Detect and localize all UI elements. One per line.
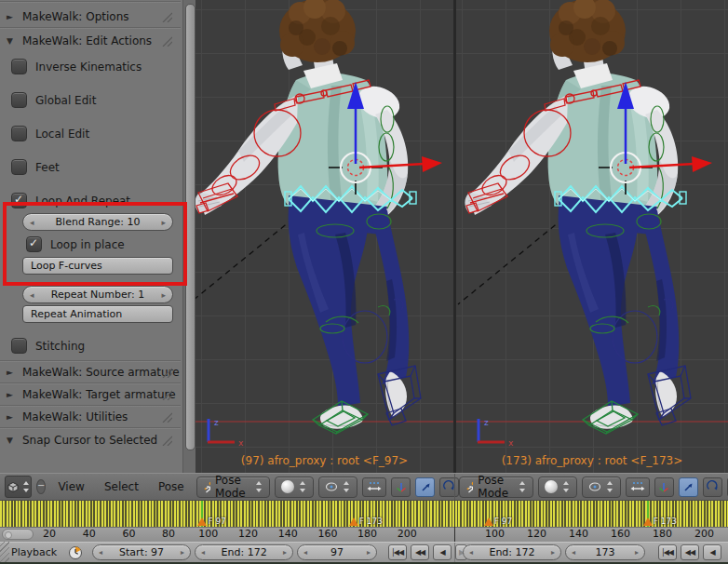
timeline-tick-label: 80 (162, 528, 175, 540)
jump-to-start-button[interactable]: |◀◀ (388, 544, 407, 560)
current-frame-field[interactable]: 97 (297, 544, 377, 560)
marker-label: F 173 (654, 517, 677, 526)
manipulator-rotate-button-right[interactable] (703, 477, 722, 497)
mode-label: Pose Mode (215, 474, 250, 500)
manipulator-axis-button-right[interactable] (654, 477, 674, 497)
blend-range-slider[interactable]: Blend Range: 10 (22, 213, 173, 231)
repeat-number-slider[interactable]: Repeat Number: 1 (22, 286, 173, 303)
checkbox-box[interactable] (11, 159, 27, 175)
timeline-right[interactable]: F 97F 173 100120140160180200220 (454, 501, 728, 542)
loop-fcurves-button[interactable]: Loop F-curves (22, 257, 173, 275)
manipulator-toggle-left[interactable] (362, 477, 386, 497)
playbar-right: End: 172 173 |◀◀ ◀◀ ◀ (454, 543, 728, 562)
panel-grip-icon[interactable] (159, 10, 172, 22)
collapsed-arrow-icon: ► (7, 12, 16, 21)
panel-grip-icon[interactable] (159, 34, 172, 47)
playbar-left: Playback Start: 97 End: 172 97 |◀◀ ◀◀ ◀ … (0, 543, 454, 562)
checkbox-box[interactable] (11, 92, 27, 108)
menu-select[interactable]: Select (97, 480, 146, 493)
prev-keyframe-button[interactable]: ◀◀ (411, 544, 429, 560)
panel-grip-icon[interactable] (159, 366, 172, 378)
manipulator-translate-button-left[interactable] (415, 477, 435, 497)
checkbox-global-edit[interactable]: Global Edit (11, 92, 96, 108)
marker-label: F 97 (208, 517, 226, 526)
timeline-keyframes-band[interactable]: F 97F 173 (455, 501, 728, 527)
editor-type-button[interactable] (5, 476, 32, 498)
panel-title: MakeWalk: Options (22, 10, 129, 23)
toolshelf-scrollbar[interactable] (182, 0, 196, 473)
manipulator-toggle-right[interactable] (626, 477, 650, 497)
panel-header-makewalk-source-armature[interactable]: ► MakeWalk: Source armature (7, 364, 174, 381)
3d-viewport-right[interactable]: (173) afro_proxy : root <F_173> (456, 0, 728, 473)
jump-to-start-button-right[interactable]: |◀◀ (658, 544, 677, 560)
frame-start-field[interactable]: Start: 97 (92, 544, 191, 560)
menu-view[interactable]: View (50, 480, 91, 493)
checkbox-box[interactable] (11, 338, 27, 354)
pivot-dropdown-left[interactable] (318, 477, 357, 498)
timeline-hscrollbar[interactable] (2, 529, 34, 540)
checkbox-inverse-kinematics[interactable]: Inverse Kinematics (11, 59, 142, 74)
frame-end-field[interactable]: End: 172 (195, 544, 293, 560)
marker-triangle-icon (484, 517, 493, 526)
pose-marker[interactable]: F 173 (643, 517, 677, 526)
3d-viewport-left[interactable]: (97) afro_proxy : root <F_97> (195, 0, 453, 473)
play-reverse-button[interactable]: ◀ (433, 544, 452, 560)
pose-marker[interactable]: F 97 (484, 517, 513, 526)
playback-menu[interactable]: Playback (11, 546, 57, 558)
panel-header-makewalk-options[interactable]: ► MakeWalk: Options (7, 8, 174, 25)
panel-grip-icon[interactable] (159, 388, 172, 400)
blender-window: z x (0, 0, 728, 564)
timeline-tick-label: 180 (357, 528, 377, 540)
axis-icon (396, 480, 407, 493)
timeline-ruler[interactable]: 20406080100120140160180200 (0, 527, 454, 542)
panel-header-makewalk-target-armature[interactable]: ► MakeWalk: Target armature (7, 386, 174, 403)
sync-clock-icon[interactable] (68, 545, 83, 560)
frame-end-field-right[interactable]: End: 172 (463, 544, 561, 560)
shading-dropdown-left[interactable] (275, 477, 314, 498)
checkbox-loop-and-repeat[interactable]: Loop And Repeat (11, 193, 130, 208)
checkbox-label: Global Edit (35, 94, 96, 107)
corner-resize-grip[interactable] (0, 542, 9, 562)
repeat-animation-button[interactable]: Repeat Animation (22, 305, 173, 323)
panel-header-makewalk-edit-actions[interactable]: ▼ MakeWalk: Edit Actions (7, 33, 174, 49)
field-value: End: 172 (489, 546, 534, 558)
manipulator-translate-button-right[interactable] (679, 477, 698, 497)
timeline-tick-label: 120 (527, 528, 546, 540)
mode-dropdown-left[interactable]: Pose Mode (196, 477, 271, 498)
menu-pose[interactable]: Pose (151, 480, 192, 493)
prev-keyframe-button-right[interactable]: ◀◀ (681, 544, 699, 560)
checkbox-feet[interactable]: Feet (11, 159, 60, 175)
shading-dropdown-right[interactable] (538, 477, 577, 498)
checkbox-stitching[interactable]: Stitching (11, 338, 85, 354)
viewport-header-right: Pose Mode (454, 474, 728, 500)
panel-header-makewalk-utilities[interactable]: ► MakeWalk: Utilities (7, 409, 174, 425)
timeline-ruler[interactable]: 100120140160180200220 (455, 527, 728, 542)
timeline-tick-label: 20 (43, 528, 56, 540)
checkbox-local-edit[interactable]: Local Edit (11, 126, 89, 141)
mode-dropdown-right[interactable]: Pose Mode (459, 477, 533, 498)
checkbox-label: Loop And Repeat (35, 195, 130, 208)
panel-grip-icon[interactable] (159, 410, 172, 423)
dropdown-arrows-icon (22, 481, 31, 492)
checkbox-box[interactable] (11, 193, 27, 208)
collapse-menus-button[interactable]: − (36, 479, 46, 494)
scrollbar-thumb[interactable] (185, 4, 195, 450)
timeline-keyframes-band[interactable]: F 97F 173 (0, 501, 454, 527)
checkbox-box[interactable] (11, 126, 27, 141)
timeline-left[interactable]: F 97F 173 20406080100120140160180200 (0, 501, 454, 542)
play-reverse-button-right[interactable]: ◀ (703, 544, 721, 560)
checkbox-box[interactable] (26, 236, 42, 252)
current-frame-field-right[interactable]: 173 (565, 544, 645, 560)
checkbox-loop-in-place[interactable]: Loop in place (26, 236, 125, 252)
marker-triangle-icon (349, 517, 358, 526)
checkbox-box[interactable] (11, 59, 27, 74)
dropdown-arrows-icon (343, 481, 351, 492)
field-value: End: 172 (222, 546, 267, 558)
manipulator-axis-button-left[interactable] (391, 477, 411, 497)
panel-grip-icon[interactable] (159, 434, 172, 446)
panel-header-snap-cursor-to-selected[interactable]: ▼ Snap Cursor to Selected (7, 432, 174, 449)
pivot-dropdown-right[interactable] (582, 477, 621, 498)
pose-marker[interactable]: F 97 (197, 517, 226, 526)
viewport-info-text: (97) afro_proxy : root <F_97> (195, 454, 453, 467)
pose-marker[interactable]: F 173 (349, 517, 383, 526)
